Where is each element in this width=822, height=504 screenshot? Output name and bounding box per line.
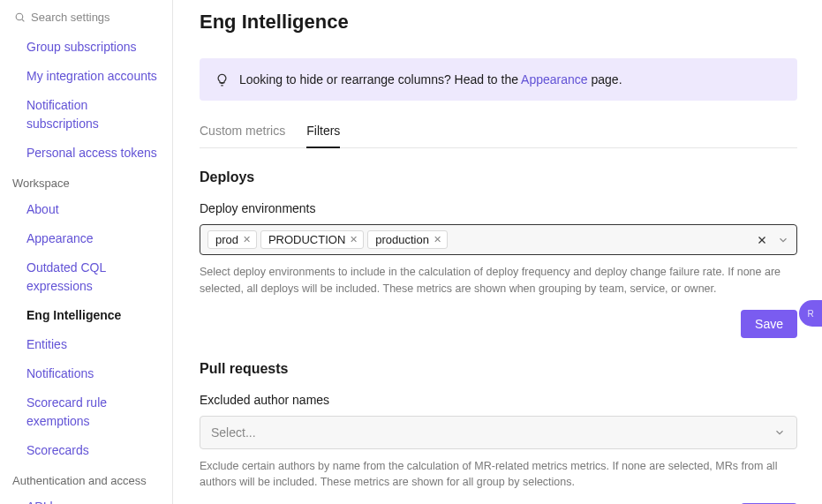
chevron-down-icon[interactable] <box>777 234 789 246</box>
sidebar-item-notifications[interactable]: Notifications <box>0 359 172 388</box>
help-fab[interactable]: R <box>799 300 822 327</box>
tabs: Custom metrics Filters <box>200 124 797 148</box>
group-auth-label: Authentication and access <box>0 465 172 493</box>
sidebar-item-eng-intelligence[interactable]: Eng Intelligence <box>0 301 172 330</box>
sidebar-item-my-integration-accounts[interactable]: My integration accounts <box>0 62 172 91</box>
remove-tag-icon[interactable]: ✕ <box>243 235 251 244</box>
appearance-link[interactable]: Appearance <box>521 72 588 87</box>
search-icon <box>14 11 26 23</box>
group-workspace-label: Workspace <box>0 168 172 195</box>
svg-point-0 <box>16 13 23 20</box>
banner-text: Looking to hide or rearrange columns? He… <box>239 72 622 87</box>
sidebar-item-notification-subscriptions[interactable]: Notification subscriptions <box>0 91 172 139</box>
search-settings-input[interactable] <box>31 11 162 24</box>
env-tag: production✕ <box>367 230 448 249</box>
appearance-banner: Looking to hide or rearrange columns? He… <box>200 58 797 101</box>
sidebar-item-entities[interactable]: Entities <box>0 330 172 359</box>
pull-requests-heading: Pull requests <box>200 361 797 377</box>
select-placeholder: Select... <box>211 425 256 440</box>
sidebar-item-scorecard-rule-exemptions[interactable]: Scorecard rule exemptions <box>0 388 172 436</box>
sidebar-item-appearance[interactable]: Appearance <box>0 224 172 253</box>
page-title: Eng Intelligence <box>200 11 797 34</box>
deploy-environments-input[interactable]: prod✕ PRODUCTION✕ production✕ <box>200 224 797 255</box>
excluded-authors-select[interactable]: Select... <box>200 416 797 449</box>
search-settings-row <box>0 11 172 33</box>
remove-tag-icon[interactable]: ✕ <box>350 235 358 244</box>
chevron-down-icon <box>773 426 786 439</box>
clear-icon[interactable] <box>756 234 768 246</box>
pr-helper-text: Exclude certain authors by name from the… <box>200 458 797 492</box>
sidebar-item-about[interactable]: About <box>0 195 172 224</box>
sidebar-item-group-subscriptions[interactable]: Group subscriptions <box>0 33 172 62</box>
env-tag: prod✕ <box>207 230 257 249</box>
svg-line-1 <box>22 19 24 21</box>
deploy-helper-text: Select deploy environments to include in… <box>200 264 797 297</box>
settings-sidebar: Group subscriptionsMy integration accoun… <box>0 0 173 504</box>
excluded-authors-label: Excluded author names <box>200 393 797 407</box>
sidebar-item-api-keys[interactable]: API keys <box>0 493 172 504</box>
tab-filters[interactable]: Filters <box>306 124 340 148</box>
tab-custom-metrics[interactable]: Custom metrics <box>200 124 285 147</box>
deploy-environments-label: Deploy environments <box>200 201 797 215</box>
env-tag: PRODUCTION✕ <box>260 230 364 249</box>
main-content: Eng Intelligence Looking to hide or rear… <box>173 0 822 504</box>
deploys-heading: Deploys <box>200 169 797 185</box>
lightbulb-icon <box>215 73 229 87</box>
remove-tag-icon[interactable]: ✕ <box>434 235 441 244</box>
sidebar-item-personal-access-tokens[interactable]: Personal access tokens <box>0 139 172 168</box>
deploys-save-button[interactable]: Save <box>741 310 797 338</box>
sidebar-item-scorecards[interactable]: Scorecards <box>0 436 172 465</box>
sidebar-item-outdated-cql-expressions[interactable]: Outdated CQL expressions <box>0 253 172 301</box>
